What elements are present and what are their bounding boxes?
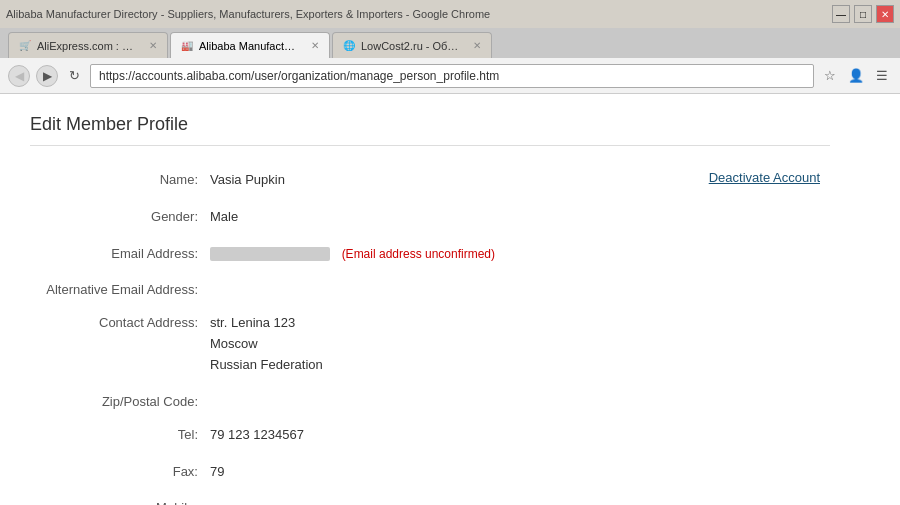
- window-controls: — □ ✕: [832, 5, 894, 23]
- forward-button[interactable]: ▶: [36, 65, 58, 87]
- aliexpress-favicon: 🛒: [19, 40, 31, 51]
- window-title: Alibaba Manufacturer Directory - Supplie…: [6, 8, 490, 20]
- zip-label: Zip/Postal Code:: [30, 392, 210, 409]
- form-section: Name: Vasia Pupkin Deactivate Account Ge…: [30, 162, 830, 505]
- lowcost-favicon: 🌐: [343, 40, 355, 51]
- mobile-label: Mobile:: [30, 498, 210, 505]
- tab-alibaba-label: Alibaba Manufacture...: [199, 40, 301, 52]
- fax-label: Fax:: [30, 462, 210, 479]
- url-text: https://accounts.alibaba.com/user/organi…: [99, 69, 499, 83]
- email-blurred: [210, 247, 330, 261]
- zip-row: Zip/Postal Code:: [30, 384, 830, 417]
- maximize-btn[interactable]: □: [854, 5, 872, 23]
- name-value: Vasia Pupkin: [210, 170, 285, 191]
- tab-aliexpress-label: AliExpress.com : My ...: [37, 40, 139, 52]
- email-value: (Email address unconfirmed): [210, 244, 830, 265]
- page-inner: Edit Member Profile Name: Vasia Pupkin D…: [0, 94, 860, 505]
- contact-address-value: str. Lenina 123MoscowRussian Federation: [210, 313, 830, 375]
- tab-lowcost-label: LowCost2.ru - Обзор...: [361, 40, 463, 52]
- tel-row: Tel: 79 123 1234567: [30, 417, 830, 454]
- tab-bar: 🛒 AliExpress.com : My ... ✕ 🏭 Alibaba Ma…: [0, 28, 900, 58]
- name-left: Name: Vasia Pupkin: [30, 170, 285, 191]
- tab-lowcost-close[interactable]: ✕: [473, 40, 481, 51]
- name-row: Name: Vasia Pupkin Deactivate Account: [30, 162, 830, 199]
- tab-aliexpress-close[interactable]: ✕: [149, 40, 157, 51]
- menu-icon[interactable]: ☰: [872, 66, 892, 86]
- alt-email-row: Alternative Email Address:: [30, 272, 830, 305]
- back-button[interactable]: ◀: [8, 65, 30, 87]
- gender-label: Gender:: [30, 207, 210, 224]
- url-input[interactable]: https://accounts.alibaba.com/user/organi…: [90, 64, 814, 88]
- tab-alibaba[interactable]: 🏭 Alibaba Manufacture... ✕: [170, 32, 330, 58]
- mobile-row: Mobile:: [30, 490, 830, 505]
- alibaba-favicon: 🏭: [181, 40, 193, 51]
- tab-aliexpress[interactable]: 🛒 AliExpress.com : My ... ✕: [8, 32, 168, 58]
- page-title: Edit Member Profile: [30, 114, 830, 146]
- tel-value: 79 123 1234567: [210, 425, 830, 446]
- refresh-button[interactable]: ↻: [64, 66, 84, 86]
- deactivate-account-link[interactable]: Deactivate Account: [709, 170, 830, 185]
- gender-row: Gender: Male: [30, 199, 830, 236]
- contact-address-row: Contact Address: str. Lenina 123MoscowRu…: [30, 305, 830, 383]
- email-row: Email Address: (Email address unconfirme…: [30, 236, 830, 273]
- tab-lowcost[interactable]: 🌐 LowCost2.ru - Обзор... ✕: [332, 32, 492, 58]
- page-content: Edit Member Profile Name: Vasia Pupkin D…: [0, 94, 900, 505]
- name-label: Name:: [30, 170, 210, 187]
- email-label: Email Address:: [30, 244, 210, 261]
- fax-value: 79: [210, 462, 830, 483]
- address-bar: ◀ ▶ ↻ https://accounts.alibaba.com/user/…: [0, 58, 900, 94]
- tab-alibaba-close[interactable]: ✕: [311, 40, 319, 51]
- title-bar: Alibaba Manufacturer Directory - Supplie…: [0, 0, 900, 28]
- contact-address-label: Contact Address:: [30, 313, 210, 330]
- minimize-btn[interactable]: —: [832, 5, 850, 23]
- toolbar-icons: ☆ 👤 ☰: [820, 66, 892, 86]
- email-unconfirmed-text: (Email address unconfirmed): [342, 247, 495, 261]
- user-icon[interactable]: 👤: [846, 66, 866, 86]
- close-btn[interactable]: ✕: [876, 5, 894, 23]
- gender-value: Male: [210, 207, 830, 228]
- alt-email-label: Alternative Email Address:: [30, 280, 210, 297]
- fax-row: Fax: 79: [30, 454, 830, 491]
- tel-label: Tel:: [30, 425, 210, 442]
- bookmark-icon[interactable]: ☆: [820, 66, 840, 86]
